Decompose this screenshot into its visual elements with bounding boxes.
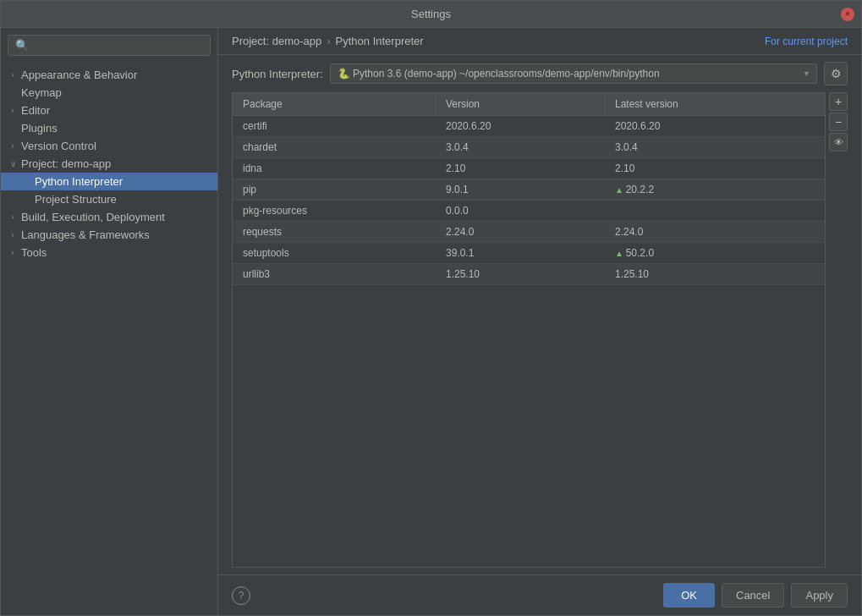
sidebar-item-label: Build, Execution, Deployment xyxy=(21,211,165,223)
sidebar-item-label: Keymap xyxy=(21,86,62,99)
table-row[interactable]: pip 9.0.1 ▲ 20.2.2 xyxy=(233,179,825,201)
dialog-title: Settings xyxy=(411,8,451,20)
cell-package: urllib3 xyxy=(233,264,436,284)
interpreter-dropdown-wrap: 🐍 Python 3.6 (demo-app) ~/openclassrooms… xyxy=(330,63,817,84)
table-side-buttons: + − 👁 xyxy=(829,92,848,568)
chevron-right-icon: › xyxy=(8,141,18,151)
table-row[interactable]: urllib3 1.25.10 1.25.10 xyxy=(233,264,825,285)
table-body: certifi 2020.6.20 2020.6.20 chardet 3.0.… xyxy=(233,116,825,567)
cell-latest: 3.0.4 xyxy=(605,137,825,157)
packages-table: Package Version Latest version certifi 2… xyxy=(232,92,826,568)
sidebar-item-pythoninterpreter[interactable]: Python Interpreter xyxy=(1,173,217,190)
cell-package: requests xyxy=(233,222,436,242)
breadcrumb-project: Project: demo-app xyxy=(232,35,321,47)
table-row[interactable]: setuptools 39.0.1 ▲ 50.2.0 xyxy=(233,243,825,264)
close-button[interactable]: × xyxy=(841,8,854,21)
sidebar-item-projectstructure[interactable]: Project Structure xyxy=(1,190,217,208)
cell-version: 2020.6.20 xyxy=(436,116,605,136)
breadcrumb: Project: demo-app › Python Interpreter F… xyxy=(218,28,861,55)
sidebar: › Appearance & Behavior Keymap › Editor … xyxy=(1,28,218,615)
chevron-down-icon: ∨ xyxy=(8,159,18,169)
cell-version: 39.0.1 xyxy=(436,243,605,263)
cell-latest: 2.24.0 xyxy=(605,222,825,242)
cell-package: idna xyxy=(233,158,436,179)
sidebar-item-label: Languages & Frameworks xyxy=(21,228,150,241)
cell-version: 0.0.0 xyxy=(436,201,605,221)
cell-latest: 2.10 xyxy=(605,158,825,179)
cell-package: pip xyxy=(233,179,436,200)
sidebar-item-project[interactable]: ∨ Project: demo-app xyxy=(1,155,217,173)
cell-version: 2.24.0 xyxy=(436,222,605,242)
settings-dialog: Settings × › Appearance & Behavior Keyma… xyxy=(0,0,862,616)
cell-latest: ▲ 50.2.0 xyxy=(605,243,825,263)
col-version: Version xyxy=(436,93,605,115)
sidebar-item-keymap[interactable]: Keymap xyxy=(1,84,217,102)
apply-button[interactable]: Apply xyxy=(791,583,848,608)
sidebar-item-label: Editor xyxy=(21,104,50,117)
cell-latest: ▲ 20.2.2 xyxy=(605,179,825,200)
cell-package: chardet xyxy=(233,137,436,157)
sidebar-item-tools[interactable]: › Tools xyxy=(1,244,217,261)
ok-button[interactable]: OK xyxy=(663,583,715,608)
table-header: Package Version Latest version xyxy=(233,93,825,116)
nav-tree: › Appearance & Behavior Keymap › Editor … xyxy=(1,63,217,265)
cancel-button[interactable]: Cancel xyxy=(722,583,784,608)
cell-version: 2.10 xyxy=(436,158,605,179)
col-latest: Latest version xyxy=(605,93,825,115)
cell-version: 1.25.10 xyxy=(436,264,605,284)
sidebar-item-appearance[interactable]: › Appearance & Behavior xyxy=(1,66,217,84)
sidebar-item-build[interactable]: › Build, Execution, Deployment xyxy=(1,208,217,226)
add-package-button[interactable]: + xyxy=(829,92,848,111)
bottom-right: OK Cancel Apply xyxy=(663,583,848,608)
table-row[interactable]: idna 2.10 2.10 xyxy=(233,158,825,179)
cell-package: certifi xyxy=(233,116,436,136)
bottom-left: ? xyxy=(232,586,250,605)
sidebar-item-plugins[interactable]: Plugins xyxy=(1,119,217,137)
table-row[interactable]: pkg-resources 0.0.0 xyxy=(233,201,825,222)
chevron-right-icon: › xyxy=(8,230,18,240)
sidebar-item-versioncontrol[interactable]: › Version Control xyxy=(1,137,217,155)
search-input[interactable] xyxy=(8,35,211,56)
chevron-right-icon: › xyxy=(8,212,18,223)
interpreter-bar: Python Interpreter: 🐍 Python 3.6 (demo-a… xyxy=(218,55,861,92)
sidebar-item-label: Project Structure xyxy=(35,193,117,206)
for-current-project-link[interactable]: For current project xyxy=(765,36,848,47)
right-panel: Project: demo-app › Python Interpreter F… xyxy=(218,28,861,615)
remove-package-button[interactable]: − xyxy=(829,113,848,131)
sidebar-item-label: Project: demo-app xyxy=(21,157,111,170)
sidebar-item-languages[interactable]: › Languages & Frameworks xyxy=(1,226,217,244)
cell-version: 3.0.4 xyxy=(436,137,605,157)
interpreter-dropdown[interactable]: 🐍 Python 3.6 (demo-app) ~/openclassrooms… xyxy=(330,63,817,84)
main-content: › Appearance & Behavior Keymap › Editor … xyxy=(1,28,861,615)
show-details-button[interactable]: 👁 xyxy=(829,133,848,151)
table-row[interactable]: chardet 3.0.4 3.0.4 xyxy=(233,137,825,158)
chevron-right-icon: › xyxy=(8,70,18,80)
help-button[interactable]: ? xyxy=(232,586,250,605)
cell-version: 9.0.1 xyxy=(436,179,605,200)
sidebar-item-label: Plugins xyxy=(21,122,58,135)
cell-latest: 1.25.10 xyxy=(605,264,825,284)
breadcrumb-separator: › xyxy=(327,35,330,47)
sidebar-item-label: Python Interpreter xyxy=(35,175,123,188)
sidebar-item-label: Appearance & Behavior xyxy=(21,69,137,81)
chevron-right-icon: › xyxy=(8,248,18,258)
cell-package: pkg-resources xyxy=(233,201,436,221)
interpreter-label: Python Interpreter: xyxy=(232,68,323,80)
title-bar: Settings × xyxy=(1,1,861,28)
cell-latest xyxy=(605,201,825,221)
table-row[interactable]: certifi 2020.6.20 2020.6.20 xyxy=(233,116,825,137)
sidebar-item-editor[interactable]: › Editor xyxy=(1,102,217,119)
bottom-bar: ? OK Cancel Apply xyxy=(218,575,861,615)
cell-package: setuptools xyxy=(233,243,436,263)
col-package: Package xyxy=(233,93,436,115)
gear-button[interactable]: ⚙ xyxy=(824,62,848,85)
packages-wrapper: Package Version Latest version certifi 2… xyxy=(232,92,848,568)
sidebar-item-label: Version Control xyxy=(21,140,96,152)
table-row[interactable]: requests 2.24.0 2.24.0 xyxy=(233,222,825,243)
cell-latest: 2020.6.20 xyxy=(605,116,825,136)
chevron-right-icon: › xyxy=(8,106,18,116)
sidebar-item-label: Tools xyxy=(21,246,47,259)
breadcrumb-page: Python Interpreter xyxy=(336,35,424,47)
